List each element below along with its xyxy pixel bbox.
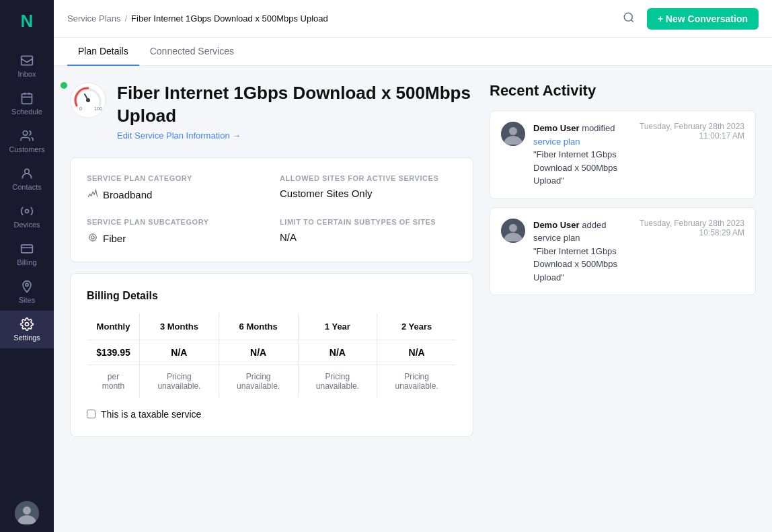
col-3months: 3 Months [140, 313, 219, 340]
category-value: Broadband [87, 188, 264, 202]
svg-text:0: 0 [79, 106, 82, 111]
activity-sidebar: Recent Activity Demo User modified servi… [490, 66, 772, 532]
sub-1year: Pricing unavailable. [298, 365, 377, 397]
plan-title-group: Fiber Internet 1Gbps Download x 500Mbps … [117, 82, 473, 141]
main-panel: 0 100 Fiber Internet 1Gbps Download x 50… [54, 66, 490, 532]
activity-time-1: Tuesday, February 28th 2023 10:58:29 AM [640, 219, 744, 284]
price-2years: N/A [377, 340, 457, 365]
price-monthly: $139.95 [87, 340, 140, 365]
activity-avatar-0 [501, 122, 525, 146]
sidebar-item-schedule[interactable]: Schedule [0, 85, 54, 122]
svg-text:100: 100 [94, 106, 102, 111]
sidebar-item-devices[interactable]: Devices [0, 198, 54, 235]
svg-point-9 [26, 210, 29, 213]
col-6months: 6 Months [219, 313, 298, 340]
plan-info-grid: SERVICE PLAN CATEGORY Broadband ALLOWED … [87, 174, 457, 245]
svg-rect-3 [22, 93, 32, 104]
svg-point-7 [23, 131, 28, 136]
price-3months: N/A [140, 340, 219, 365]
svg-text:N: N [21, 11, 34, 31]
tab-bar: Plan Details Connected Services [54, 38, 772, 66]
topbar-actions: + New Conversation [619, 7, 759, 30]
sub-2years: Pricing unavailable. [377, 365, 457, 397]
col-1year: 1 Year [298, 313, 377, 340]
sidebar-item-inbox[interactable]: Inbox [0, 47, 54, 85]
col-monthly: Monthly [87, 313, 140, 340]
sidebar-item-sites[interactable]: Sites [0, 273, 54, 311]
breadcrumb: Service Plans / Fiber Internet 1Gbps Dow… [67, 13, 328, 24]
sidebar-item-customers[interactable]: Customers [0, 122, 54, 160]
topbar: Service Plans / Fiber Internet 1Gbps Dow… [54, 0, 772, 38]
svg-point-12 [26, 283, 28, 286]
svg-rect-2 [22, 56, 33, 65]
svg-point-16 [624, 13, 632, 21]
sidebar-item-billing[interactable]: Billing [0, 235, 54, 273]
sidebar: N Inbox Schedule Customers Contacts Devi… [0, 0, 54, 532]
broadband-icon [87, 188, 99, 202]
user-avatar[interactable] [15, 501, 39, 525]
sub-3months: Pricing unavailable. [140, 365, 219, 397]
breadcrumb-parent-link[interactable]: Service Plans [67, 13, 120, 24]
category-label: SERVICE PLAN CATEGORY [87, 174, 264, 182]
search-button[interactable] [619, 7, 639, 30]
allowed-sites-value: Customer Sites Only [280, 188, 457, 199]
activity-item-0: Demo User modified service plan "Fiber I… [490, 110, 756, 199]
svg-point-23 [91, 235, 95, 239]
billing-table: Monthly 3 Months 6 Months 1 Year 2 Years… [87, 313, 457, 398]
svg-point-24 [89, 233, 97, 241]
main-content: Service Plans / Fiber Internet 1Gbps Dow… [54, 0, 772, 532]
new-conversation-button[interactable]: + New Conversation [647, 8, 759, 30]
brand-logo: N [12, 7, 42, 36]
fiber-icon [87, 231, 99, 245]
svg-point-26 [509, 127, 517, 135]
svg-point-8 [25, 169, 30, 174]
plan-icon: 0 100 [70, 82, 106, 118]
activity-body-1: Demo User added service plan "Fiber Inte… [533, 219, 631, 284]
plan-info-card: SERVICE PLAN CATEGORY Broadband ALLOWED … [70, 157, 473, 262]
activity-user-0: Demo User [533, 123, 580, 133]
svg-point-13 [26, 323, 29, 326]
tab-plan-details[interactable]: Plan Details [67, 38, 139, 66]
edit-plan-link[interactable]: Edit Service Plan Information → [117, 130, 241, 141]
recent-activity-title: Recent Activity [490, 82, 756, 100]
svg-line-17 [631, 20, 633, 22]
activity-body-0: Demo User modified service plan "Fiber I… [533, 122, 631, 188]
plan-header: 0 100 Fiber Internet 1Gbps Download x 50… [70, 82, 473, 141]
subcategory-label: SERVICE PLAN SUBCATEGORY [87, 218, 264, 226]
breadcrumb-current: Fiber Internet 1Gbps Download x 500Mbps … [131, 13, 328, 24]
sidebar-item-contacts[interactable]: Contacts [0, 160, 54, 198]
activity-time-0: Tuesday, February 28th 2023 11:00:17 AM [640, 122, 744, 188]
billing-title: Billing Details [87, 290, 457, 302]
price-1year: N/A [298, 340, 377, 365]
taxable-checkbox[interactable] [87, 410, 95, 418]
limit-sites-label: LIMIT TO CERTAIN SUBTYPES OF SITES [280, 218, 457, 226]
activity-user-1: Demo User [533, 220, 580, 230]
activity-text-0: Demo User modified service plan "Fiber I… [533, 122, 631, 188]
col-2years: 2 Years [377, 313, 457, 340]
svg-rect-10 [22, 245, 33, 253]
subcategory-value: Fiber [87, 231, 264, 245]
page-content: 0 100 Fiber Internet 1Gbps Download x 50… [54, 66, 772, 532]
limit-sites-field: LIMIT TO CERTAIN SUBTYPES OF SITES N/A [280, 218, 457, 245]
taxable-row: This is a taxable service [87, 409, 457, 420]
plan-category-field: SERVICE PLAN CATEGORY Broadband [87, 174, 264, 202]
status-dot [61, 82, 67, 89]
sub-monthly: per month [87, 365, 140, 397]
billing-card: Billing Details Monthly 3 Months 6 Month… [70, 273, 473, 436]
plan-title: Fiber Internet 1Gbps Download x 500Mbps … [117, 82, 473, 128]
allowed-sites-label: ALLOWED SITES FOR ACTIVE SERVICES [280, 174, 457, 182]
activity-item-1: Demo User added service plan "Fiber Inte… [490, 207, 756, 296]
sidebar-item-settings[interactable]: Settings [0, 311, 54, 348]
activity-detail-1: "Fiber Internet 1Gbps Download x 500Mbps… [533, 246, 617, 282]
taxable-label: This is a taxable service [101, 409, 201, 420]
allowed-sites-field: ALLOWED SITES FOR ACTIVE SERVICES Custom… [280, 174, 457, 202]
limit-sites-value: N/A [280, 231, 457, 243]
plan-icon-wrap: 0 100 [70, 82, 106, 118]
activity-link-0[interactable]: service plan [533, 137, 580, 147]
breadcrumb-separator: / [124, 13, 127, 24]
activity-text-1: Demo User added service plan "Fiber Inte… [533, 219, 631, 284]
sub-6months: Pricing unavailable. [219, 365, 298, 397]
svg-point-15 [23, 506, 31, 515]
tab-connected-services[interactable]: Connected Services [139, 38, 245, 66]
activity-detail-0: "Fiber Internet 1Gbps Download x 500Mbps… [533, 149, 617, 186]
